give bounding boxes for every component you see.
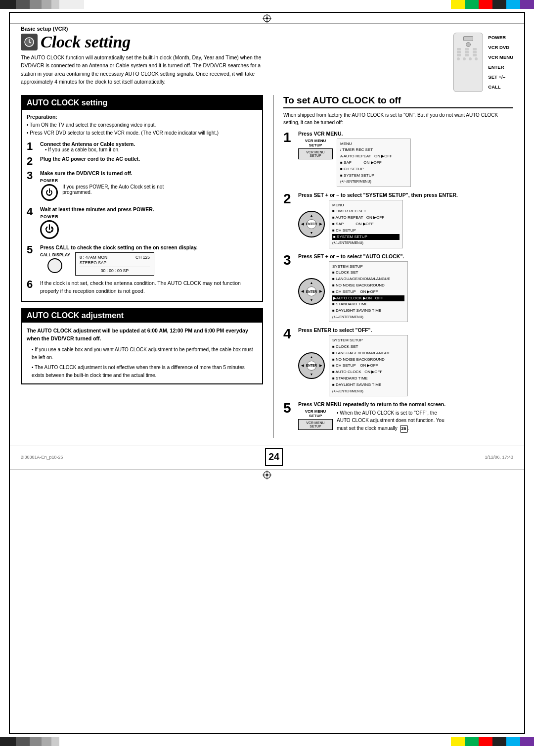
page-footer: 2I30301A-En_p18-25 24 1/12/06, 17:43 [10,445,524,469]
right-step1-content: VCR MENU SETUP VCR MENU SETUP MENU / TIM… [298,139,513,187]
top-color-bar [0,0,534,9]
hint-box: 26 [400,425,408,433]
enter-center-3: ENTER [307,286,316,296]
vcr-menu-button-5: VCR MENU SETUP [298,419,333,430]
nav-dial-2: ▲ ▼ ◀ ▶ ENTER [298,211,325,237]
remote-call-label: CALL [488,82,513,92]
nav-dial-3: ▲ ▼ ◀ ▶ ENTER [298,278,325,305]
right-step2-content: ▲ ▼ ◀ ▶ ENTER MENU ■ TIMER REC SET ■ AUT [298,200,513,248]
remote-vcr-dvd-label: VCR DVD [488,43,513,52]
auto-clock-setting-section: AUTO CLOCK setting Preparation: • Turn O… [21,95,263,302]
page-title: Clock setting [41,33,131,51]
auto-clock-setting-header: AUTO CLOCK setting [22,96,262,110]
right-step5-note: • When the AUTO CLOCK is set to "OFF", t… [337,409,450,433]
right-section-header: To set AUTO CLOCK to off [283,95,513,108]
vertical-divider [273,95,273,438]
enter-center-2: ENTER [307,219,316,229]
clock-title-icon [21,34,38,50]
step5-display: CALL DISPLAY 8 : 47AM MON CH 125 [40,252,257,276]
remote-set-label: SET +/– [488,72,513,82]
enter-center-4: ENTER [307,361,316,371]
step-3: 3 Make sure the DVD/VCR is turned off. P… [27,170,257,203]
right-step3-content: ▲ ▼ ◀ ▶ ENTER SYSTEM SETUP ■ CLOCK SET ■ [298,261,513,323]
right-step-3: 3 Press SET + or – to select "AUTO CLOCK… [283,253,513,323]
menu-display-4: SYSTEM SETUP ■ CLOCK SET ■ LANGUAGE/IDIO… [329,335,408,396]
menu-display-3: SYSTEM SETUP ■ CLOCK SET ■ LANGUAGE/IDIO… [329,261,408,323]
page-top-rule [10,13,524,24]
right-step-2: 2 Press SET + or – to select "SYSTEM SET… [283,192,513,248]
footer-doc-id: 2I30301A-En_p18-25 [21,455,63,460]
intro-text: The AUTO CLOCK function will automatical… [21,53,263,86]
right-intro: When shipped from factory the AUTO CLOCK… [283,111,513,127]
right-step5-content: VCR MENU SETUP VCR MENU SETUP • When the… [298,409,513,433]
footer-date: 1/12/06, 17:43 [485,455,513,460]
bottom-color-bar [0,737,534,746]
remote-diagram: POWER VCR DVD VCR MENU ENTER SET +/– CAL… [453,33,513,92]
vcr-menu-button-1: VCR MENU SETUP [298,148,333,159]
remote-icon [453,33,483,92]
right-step-4: 4 Press ENTER to select "OFF". ▲ ▼ ◀ ▶ E… [283,327,513,396]
step-5: 5 Press CALL to check the clock setting … [27,244,257,276]
right-step4-content: ▲ ▼ ◀ ▶ ENTER SYSTEM SETUP ■ CLOCK SET ■ [298,335,513,396]
step-2: 2 Plug the AC power cord to the AC outle… [27,156,257,167]
step-6: 6 If the clock is not set, check the ant… [27,279,257,295]
right-step-1: 1 Press VCR MENU. VCR MENU SETUP VCR MEN… [283,131,513,187]
right-step-5: 5 Press VCR MENU repeatedly to return to… [283,401,513,433]
crosshair-icon [263,14,271,24]
screen-display: 8 : 47AM MON CH 125 STEREO SAP 00 : 00 :… [75,252,154,276]
adj-bold-text: The AUTO CLOCK adjustment will be update… [27,327,257,343]
basic-setup-label: Basic setup (VCR) [21,24,513,33]
auto-clock-adjustment-section: AUTO CLOCK adjustment The AUTO CLOCK adj… [21,308,263,384]
menu-display-2: MENU ■ TIMER REC SET ■ AUTO REPEAT ON ▶O… [329,200,403,248]
power-button-4: ⏻ [40,220,59,239]
remote-power-label: POWER [488,33,513,43]
page-border: Basic setup (VCR) Clock setting [9,12,525,734]
page-bottom-rule [10,469,524,480]
page-number: 24 [265,448,283,466]
right-column: To set AUTO CLOCK to off When shipped fr… [283,95,513,438]
call-display-button [47,258,62,273]
remote-vcr-menu-label: VCR MENU [488,52,513,62]
remote-enter-label: ENTER [488,62,513,72]
adj-bullet-1: • If you use a cable box and you want AU… [27,346,257,362]
nav-dial-4: ▲ ▼ ◀ ▶ ENTER [298,352,325,379]
step-1: 1 Connect the Antenna or Cable system. •… [27,141,257,152]
power-button-3: ⏻ [41,184,58,201]
crosshair-bottom-icon [263,471,271,480]
auto-clock-adjustment-header: AUTO CLOCK adjustment [22,309,262,323]
prep-label: Preparation: [27,114,257,120]
svg-point-10 [266,474,268,476]
step-4: 4 Wait at least three minutes and press … [27,206,257,241]
svg-point-3 [266,17,268,19]
adj-bullet-2: • The AUTO CLOCK adjustment is not effec… [27,364,257,379]
menu-display-1: MENU / TIMER REC SET A AUTO REPEAT ON ▶O… [337,139,411,187]
prep-items: • Turn ON the TV and select the correspo… [27,121,257,137]
